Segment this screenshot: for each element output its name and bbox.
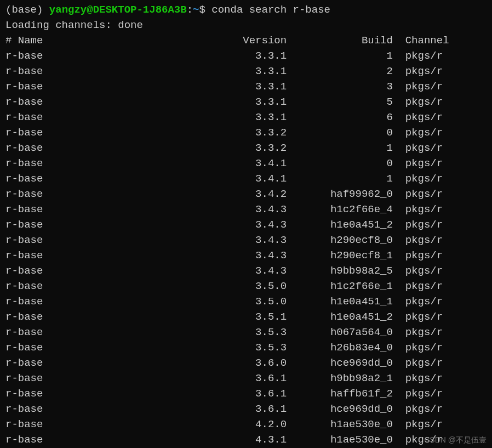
terminal-output: (base) yangzy@DESKTOP-1J86A3B:~$ conda s… xyxy=(5,2,487,447)
loading-line: Loading channels: done xyxy=(5,18,487,33)
results-table: # Name Version Build Channel r-base 3.3.… xyxy=(5,33,487,447)
prompt-line[interactable]: (base) yangzy@DESKTOP-1J86A3B:~$ conda s… xyxy=(5,2,487,18)
prompt-dollar: $ xyxy=(199,4,211,16)
prompt-colon: : xyxy=(187,4,193,16)
conda-env: (base) xyxy=(5,4,49,16)
user-host: yangzy@DESKTOP-1J86A3B xyxy=(49,4,187,16)
cwd-path: ~ xyxy=(193,4,199,16)
command-text: conda search r-base xyxy=(211,4,330,16)
